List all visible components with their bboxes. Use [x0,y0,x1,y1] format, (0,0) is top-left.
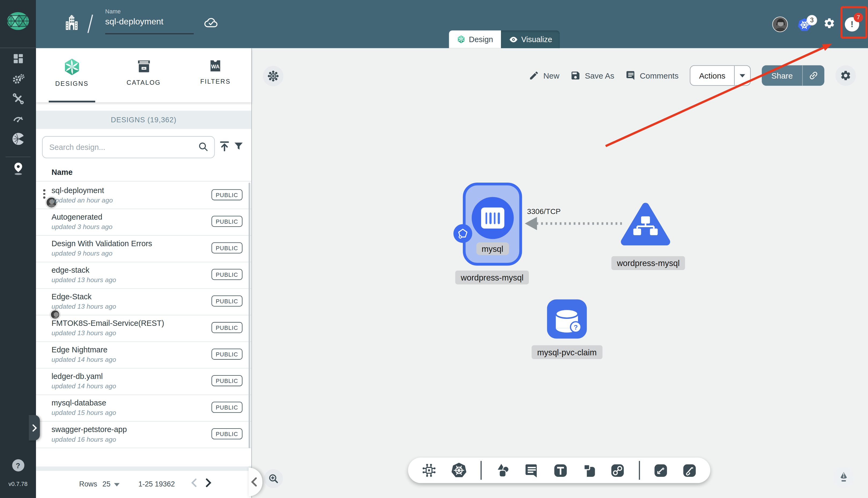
design-name-input[interactable]: sql-deployment [105,17,164,27]
canvas-settings-button[interactable] [835,65,856,86]
breadcrumb-separator [88,14,93,33]
kubernetes-components-icon[interactable] [451,462,467,479]
node-pvc-mysql-pvc-claim[interactable]: ? [547,299,587,341]
comments-button[interactable]: Comments [625,70,678,81]
rows-label: Rows [79,480,97,488]
design-canvas[interactable]: New Save As Comments Actions [252,48,868,498]
shapes-icon[interactable] [495,463,511,478]
search-input[interactable] [42,136,215,158]
design-row[interactable]: FMTOK8S-Email-Service(REST) updated 13 h… [36,315,251,342]
design-row[interactable]: mysql-database updated 15 hours ago PUBL… [36,395,251,422]
dashboard-icon[interactable] [12,53,24,67]
help-icon[interactable]: ? [12,459,24,471]
filter-funnel-icon[interactable] [233,141,245,155]
visibility-badge: PUBLIC [211,402,242,413]
gear-icon [840,70,851,81]
designs-icon [63,58,81,76]
lifecycle-gears-icon[interactable] [11,73,25,88]
tab-design[interactable]: Design [449,30,501,48]
page-previous-icon[interactable] [191,478,197,490]
design-row[interactable]: swagger-petstore-app updated 16 hours ag… [36,422,251,448]
list-footer-strip [36,466,251,471]
notifications-button[interactable]: ! 7 [845,17,859,31]
tab-catalog-label: CATALOG [127,79,161,86]
share-label: Share [762,65,802,86]
design-name: mysql-database [52,398,106,407]
design-row[interactable]: Autogenerated updated 3 hours ago PUBLIC [36,209,251,236]
design-row[interactable]: Design With Validation Errors updated 9 … [36,236,251,262]
configuration-wrench-icon[interactable] [12,93,24,107]
annotate-pen-icon[interactable] [653,463,669,478]
media-shapes-icon[interactable] [582,463,597,478]
rows-per-page-value: 25 [103,480,111,488]
panel-scrollbar[interactable] [248,183,250,448]
freehand-draw-icon[interactable] [682,463,697,478]
toolbar-divider [639,461,640,480]
design-row[interactable]: edge-stack updated 13 hours ago PUBLIC [36,262,251,289]
tab-filters[interactable]: WA FILTERS [180,48,251,103]
user-avatar[interactable] [772,16,788,32]
page-next-icon[interactable] [205,478,211,490]
save-as-button[interactable]: Save As [570,70,614,81]
save-icon [570,70,581,81]
tab-visualize[interactable]: Visualize [501,30,560,48]
pen-tool-button[interactable] [833,467,854,488]
pagination-bar: Rows 25 1-25 19362 [36,471,251,498]
share-button[interactable]: Share [762,65,825,86]
search-box [42,136,215,158]
notes-icon[interactable] [524,463,539,478]
design-name: Edge-Stack [52,292,91,301]
edge-layer [252,48,868,498]
sidebar-expand-handle[interactable] [29,415,40,440]
upload-design-icon[interactable] [218,140,231,155]
rows-per-page-select[interactable]: 25 [103,480,120,488]
question-glyph: ? [574,324,578,331]
designs-panel: DESIGNS CATALOG WA [36,48,252,498]
node-service-wordpress-mysql[interactable] [620,201,671,248]
design-name: sql-deployment [52,186,104,195]
actions-dropdown-button[interactable]: Actions [689,65,751,86]
extensions-icon[interactable] [11,132,25,148]
relationship-link-icon[interactable] [610,463,625,478]
visibility-badge: PUBLIC [211,189,242,200]
actions-caret[interactable] [734,66,751,85]
meshery-logo[interactable] [6,11,30,33]
comments-label: Comments [640,71,678,80]
text-tool-icon[interactable] [553,463,568,478]
components-chip-icon[interactable] [421,463,437,478]
caret-down-icon [114,483,120,486]
zoom-in-button[interactable] [264,469,283,488]
row-menu-icon[interactable] [43,189,46,200]
new-button[interactable]: New [529,70,559,81]
design-row[interactable]: ledger-db.yaml updated 14 hours ago PUBL… [36,368,251,395]
design-row[interactable]: Edge Nightmare updated 14 hours ago PUBL… [36,342,251,368]
sidebar-divider [5,157,30,157]
design-updated: updated 3 hours ago [52,223,113,231]
node-mysql-deployment[interactable]: mysql [463,183,522,265]
kanvas-pin-icon[interactable] [11,161,25,178]
mesh-sync-button[interactable] [263,66,283,86]
tab-catalog[interactable]: CATALOG [108,48,180,103]
pen-nib-icon [837,471,851,484]
design-updated: updated 9 hours ago [52,250,113,258]
node-label-pvc[interactable]: mysql-pvc-claim [532,345,602,359]
performance-gauge-icon[interactable] [12,113,24,127]
copy-link-icon[interactable] [802,65,825,86]
tab-designs[interactable]: DESIGNS [36,48,108,103]
mesh-icon [267,70,280,82]
design-row[interactable]: sql-deployment updated an hour ago PUBLI… [36,183,251,209]
pod-badge-icon[interactable] [453,224,472,243]
caret-down-icon [740,74,746,77]
design-updated: updated 14 hours ago [52,356,116,364]
node-label-deployment[interactable]: wordpress-mysql [455,271,529,285]
visibility-badge: PUBLIC [211,375,242,386]
eye-icon [508,35,518,44]
design-updated: updated an hour ago [52,196,113,204]
design-row[interactable]: Edge-Stack updated 13 hours ago PUBLIC [36,289,251,315]
settings-gear-icon[interactable] [823,17,835,31]
kubernetes-contexts-button[interactable]: 3 [797,16,814,32]
top-header: Name sql-deployment Design Visualize [36,0,868,48]
node-label-service[interactable]: wordpress-mysql [611,256,685,270]
organization-icon[interactable] [65,15,79,33]
search-icon[interactable] [198,141,209,155]
